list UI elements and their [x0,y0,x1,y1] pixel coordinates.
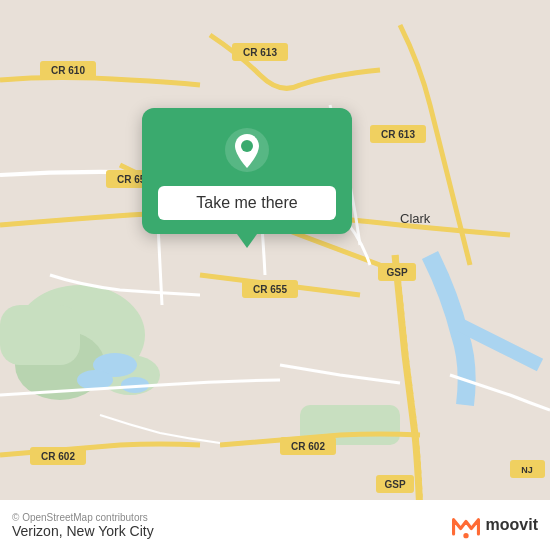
moovit-icon [450,509,482,541]
svg-text:GSP: GSP [386,267,407,278]
moovit-text: moovit [486,516,538,534]
bottom-bar: © OpenStreetMap contributors Verizon, Ne… [0,500,550,550]
svg-text:CR 655: CR 655 [253,284,287,295]
svg-text:CR 610: CR 610 [51,65,85,76]
svg-text:CR 602: CR 602 [41,451,75,462]
location-name: Verizon, New York City [12,523,154,539]
svg-text:CR 613: CR 613 [243,47,277,58]
svg-text:CR 613: CR 613 [381,129,415,140]
svg-point-33 [463,533,468,538]
bottom-bar-info: © OpenStreetMap contributors Verizon, Ne… [12,512,154,539]
copyright-text: © OpenStreetMap contributors [12,512,154,523]
svg-rect-3 [0,305,80,365]
svg-point-31 [241,140,253,152]
svg-text:CR 602: CR 602 [291,441,325,452]
svg-text:GSP: GSP [384,479,405,490]
svg-text:NJ: NJ [521,465,533,475]
take-me-there-button[interactable]: Take me there [158,186,336,220]
map-background: CR 610 CR 613 CR 613 CR 655 CR 655 CR 60… [0,0,550,550]
popup-card: Take me there [142,108,352,234]
location-pin-icon [223,126,271,174]
map-container: CR 610 CR 613 CR 613 CR 655 CR 655 CR 60… [0,0,550,550]
svg-text:Clark: Clark [400,211,431,226]
moovit-logo: moovit [450,509,538,541]
